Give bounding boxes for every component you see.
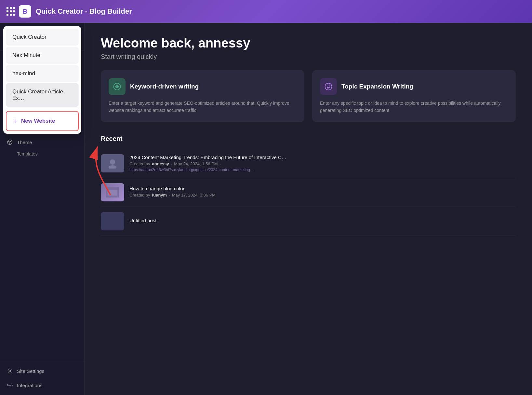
app-title: Quick Creator - Blog Builder [36, 7, 132, 16]
welcome-subtitle: Start writing quickly [101, 53, 516, 61]
svg-text:#: # [327, 84, 330, 89]
topic-icon: # [320, 78, 337, 95]
keyword-icon [109, 78, 126, 95]
gear-icon [7, 368, 13, 374]
theme-label: Theme [17, 140, 32, 145]
svg-rect-21 [108, 190, 117, 196]
recent-meta-1: Created by annessy · May 24, 2024, 1:56 … [129, 161, 516, 166]
keyword-card-desc: Enter a target keyword and generate SEO-… [109, 100, 297, 114]
svg-point-18 [110, 159, 115, 165]
recent-section: Recent 2024 Content Marketing Trends: Em… [101, 135, 516, 236]
feature-card-keyword-header: Keyword-driven writing [109, 78, 297, 95]
dropdown-overlay: Quick Creator Nex Minute nex-mind Quick … [0, 23, 85, 137]
dropdown-menu: Quick Creator Nex Minute nex-mind Quick … [3, 26, 81, 134]
plus-icon: + [13, 117, 17, 125]
keyword-card-title: Keyword-driven writing [130, 83, 199, 90]
sidebar-item-integrations[interactable]: Integrations [0, 378, 84, 392]
integrations-icon [7, 382, 13, 388]
dropdown-new-website-button[interactable]: + New Website [6, 111, 79, 131]
sidebar-item-templates[interactable]: Templates [0, 149, 84, 158]
recent-meta-2: Created by luanym · May 17, 2024, 3:36 P… [129, 193, 516, 198]
svg-point-11 [9, 143, 10, 143]
recent-info-3: Untitled post [129, 218, 516, 225]
sidebar-item-theme[interactable]: Theme [0, 135, 84, 149]
feature-card-topic[interactable]: # Topic Expansion Writing Enter any spec… [312, 70, 516, 122]
recent-item-3[interactable]: Untitled post [101, 207, 516, 236]
feature-card-keyword[interactable]: Keyword-driven writing Enter a target ke… [101, 70, 304, 122]
svg-point-9 [8, 141, 9, 142]
main-content: Welcome back, annessy Start writing quic… [85, 23, 532, 395]
palette-icon [7, 139, 13, 145]
topic-card-title: Topic Expansion Writing [341, 83, 413, 90]
dropdown-item-nex-mind[interactable]: nex-mind [6, 65, 79, 82]
recent-info-2: How to change blog color Created by luan… [129, 186, 516, 199]
dropdown-item-quick-creator[interactable]: Quick Creator [6, 29, 79, 46]
grid-icon[interactable] [7, 7, 14, 16]
site-settings-label: Site Settings [17, 368, 44, 374]
recent-thumb-1 [101, 154, 124, 172]
recent-title: Recent [101, 135, 516, 143]
feature-card-topic-header: # Topic Expansion Writing [320, 78, 508, 95]
recent-info-1: 2024 Content Marketing Trends: Embracing… [129, 155, 516, 172]
recent-item-title-3: Untitled post [129, 218, 516, 223]
app-header: B Quick Creator - Blog Builder [0, 0, 532, 23]
svg-point-12 [9, 370, 10, 372]
dropdown-item-quick-creator-ex[interactable]: Quick Creator Article Ex… [6, 83, 79, 107]
integrations-label: Integrations [17, 383, 42, 388]
recent-item-1[interactable]: 2024 Content Marketing Trends: Embracing… [101, 149, 516, 178]
recent-link-1[interactable]: https://aaapa2rrk3w3nf7y.mylandingpages.… [129, 168, 516, 172]
recent-thumb-2 [101, 183, 124, 201]
recent-item-title-1: 2024 Content Marketing Trends: Embracing… [129, 155, 516, 160]
recent-thumb-3 [101, 212, 124, 230]
svg-point-10 [10, 141, 11, 142]
recent-item-2[interactable]: How to change blog color Created by luan… [101, 178, 516, 207]
recent-item-title-2: How to change blog color [129, 186, 516, 191]
svg-rect-22 [106, 216, 119, 226]
svg-point-8 [7, 140, 12, 144]
topic-card-desc: Enter any specific topic or idea to mind… [320, 100, 508, 114]
sidebar-item-site-settings[interactable]: Site Settings [0, 364, 84, 378]
dropdown-item-nex-minute[interactable]: Nex Minute [6, 47, 79, 64]
new-website-label: New Website [21, 118, 55, 124]
app-logo: B [19, 5, 31, 18]
dropdown-divider [6, 109, 79, 109]
welcome-title: Welcome back, annessy [101, 36, 516, 50]
feature-cards-container: Keyword-driven writing Enter a target ke… [101, 70, 516, 122]
sidebar-bottom: Site Settings Integrations [0, 361, 84, 395]
svg-point-14 [116, 86, 118, 88]
